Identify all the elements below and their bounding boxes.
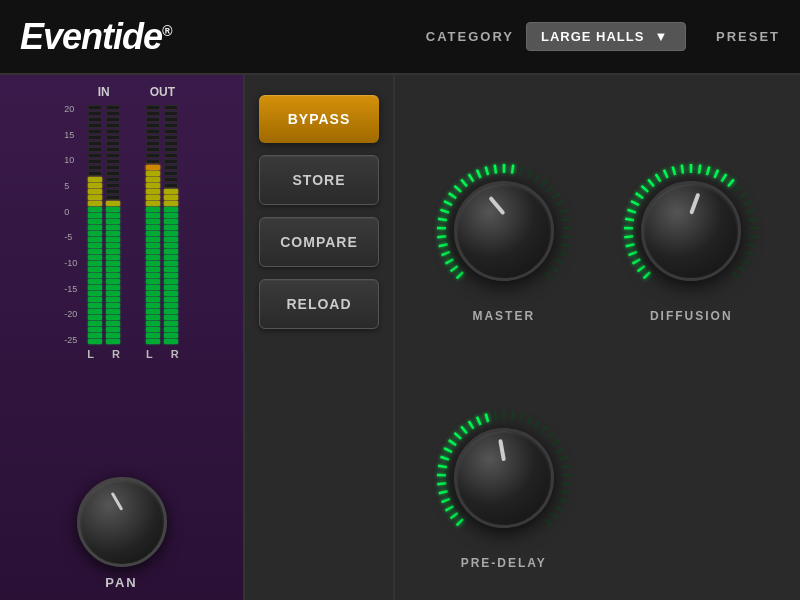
out-right-meter xyxy=(164,104,178,344)
master-knob-cell: MASTER xyxy=(415,95,593,333)
pre-delay-label: PRE-DELAY xyxy=(461,556,547,570)
pre-delay-knob-cell: PRE-DELAY xyxy=(415,343,593,581)
category-value: LARGE HALLS xyxy=(541,29,644,44)
pan-section: PAN xyxy=(77,477,167,590)
logo-reg: ® xyxy=(162,23,171,39)
master-knob-outer xyxy=(434,161,574,301)
out-r-label: R xyxy=(171,348,179,360)
vu-db-label: -5 xyxy=(64,233,77,242)
store-button[interactable]: STORE xyxy=(259,155,379,205)
diffusion-knob-body[interactable] xyxy=(641,181,741,281)
right-panel: MASTER DIFFUSION PRE-DELAY xyxy=(395,75,800,600)
out-channel-group: OUT L R xyxy=(146,85,179,457)
diffusion-knob-cell: DIFFUSION xyxy=(603,95,781,333)
vu-meters-section: 20 15 10 5 0 -5 -10 -15 -20 -25 IN L xyxy=(64,85,178,457)
in-right-meter xyxy=(106,104,120,344)
in-lr-labels: L R xyxy=(87,348,120,360)
middle-panel: BYPASS STORE COMPARE RELOAD xyxy=(245,75,395,600)
master-knob-body[interactable] xyxy=(454,181,554,281)
compare-button[interactable]: COMPARE xyxy=(259,217,379,267)
header: Eventide® CATEGORY LARGE HALLS ▼ PRESET xyxy=(0,0,800,75)
in-l-label: L xyxy=(87,348,94,360)
logo-text: Eventide xyxy=(20,16,162,57)
main-area: 20 15 10 5 0 -5 -10 -15 -20 -25 IN L xyxy=(0,75,800,600)
in-channel-group: IN L R xyxy=(87,85,120,457)
bypass-button[interactable]: BYPASS xyxy=(259,95,379,143)
out-l-label: L xyxy=(146,348,153,360)
chevron-down-icon: ▼ xyxy=(654,29,668,44)
master-label: MASTER xyxy=(472,309,535,323)
out-lr-labels: L R xyxy=(146,348,179,360)
vu-db-label: 10 xyxy=(64,156,77,165)
out-left-meter xyxy=(146,104,160,344)
vu-db-label: 5 xyxy=(64,182,77,191)
knob-cell-empty xyxy=(603,343,781,581)
pan-label: PAN xyxy=(105,575,137,590)
in-label: IN xyxy=(98,85,110,99)
vu-db-label: -25 xyxy=(64,336,77,345)
pre-delay-knob-body[interactable] xyxy=(454,428,554,528)
app-logo: Eventide® xyxy=(20,16,171,58)
pan-knob[interactable] xyxy=(77,477,167,567)
left-panel: 20 15 10 5 0 -5 -10 -15 -20 -25 IN L xyxy=(0,75,245,600)
preset-label: PRESET xyxy=(716,29,780,44)
vu-db-label: 0 xyxy=(64,208,77,217)
out-label: OUT xyxy=(150,85,175,99)
header-center: CATEGORY LARGE HALLS ▼ xyxy=(426,22,686,51)
vu-db-label: 20 xyxy=(64,105,77,114)
category-dropdown[interactable]: LARGE HALLS ▼ xyxy=(526,22,686,51)
out-meters xyxy=(146,104,178,344)
diffusion-knob-outer xyxy=(621,161,761,301)
reload-button[interactable]: RELOAD xyxy=(259,279,379,329)
in-left-meter xyxy=(88,104,102,344)
pre-delay-knob-outer xyxy=(434,408,574,548)
category-label: CATEGORY xyxy=(426,29,514,44)
vu-db-label: 15 xyxy=(64,131,77,140)
in-r-label: R xyxy=(112,348,120,360)
in-meters xyxy=(88,104,120,344)
vu-db-label: -10 xyxy=(64,259,77,268)
vu-db-label: -20 xyxy=(64,310,77,319)
diffusion-label: DIFFUSION xyxy=(650,309,733,323)
vu-db-label: -15 xyxy=(64,285,77,294)
